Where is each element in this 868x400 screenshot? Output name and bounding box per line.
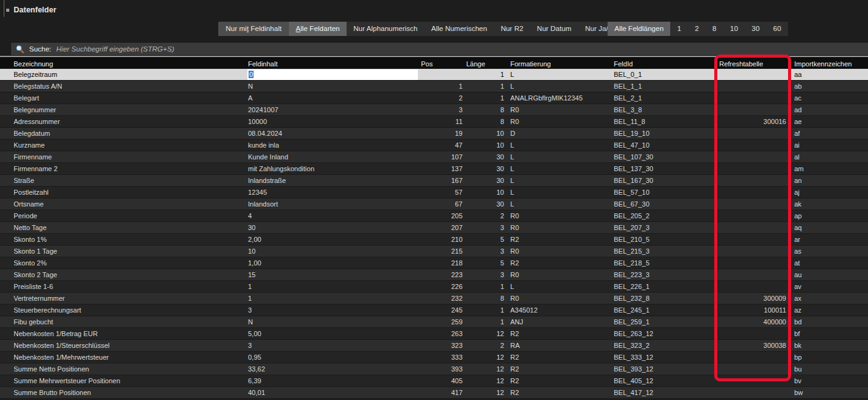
cell-feldinhalt: 33,62 <box>248 363 404 375</box>
cell-formatierung: L <box>510 151 609 162</box>
filter-button-alle-feldarten[interactable]: Alle Feldarten <box>289 22 347 36</box>
table-row[interactable]: Periode42052R0BEL_205_2ap <box>0 210 868 222</box>
cell-laenge: 12 <box>466 328 504 339</box>
filter-button-10[interactable]: 10 <box>724 22 745 36</box>
table-row[interactable]: Summe Brutto Positionen40,0141712R2BEL_4… <box>0 387 868 399</box>
table-row[interactable]: Steuerberechnungsart32451A345012BEL_245_… <box>0 304 868 316</box>
cell-feldid: BEL_207_3 <box>614 222 714 233</box>
cell-feldinhalt: 3 <box>248 304 404 316</box>
table-row[interactable]: OrtsnameInlandsort6730LBEL_67_30ak <box>0 198 868 210</box>
filter-button-nur-r2[interactable]: Nur R2 <box>494 22 530 36</box>
filter-button-1[interactable]: 1 <box>670 22 688 36</box>
table-row[interactable]: Nebenkosten 1/Steuerschlüssel33232RABEL_… <box>0 340 868 352</box>
search-bar[interactable]: Suche: Hier Suchbegriff eingeben (STRG+S… <box>11 43 868 55</box>
table-row[interactable]: Firmenname 2mit Zahlungskondition13730LB… <box>0 163 868 175</box>
table-row[interactable]: Summe Netto Positionen33,6239312R2BEL_39… <box>0 363 868 375</box>
table-row[interactable]: Belegzeitraum01LBEL_0_1aa <box>0 69 868 81</box>
search-input[interactable]: Hier Suchbegriff eingeben (STRG+S) <box>56 45 174 53</box>
cell-feldid: BEL_323_2 <box>614 340 714 351</box>
cell-pos: 393 <box>409 363 463 375</box>
table-row[interactable]: Fibu gebuchtN2591ANJBEL_259_1400000bd <box>0 316 868 328</box>
cell-refreshtabelle: 300016 <box>718 116 786 127</box>
table-row[interactable]: Skonto 2%1,002185R2BEL_218_5at <box>0 257 868 269</box>
table-row[interactable]: BelegartA21ANALRGbflrgMIK12345BEL_2_1ac <box>0 92 868 104</box>
table-row[interactable]: Belegstatus A/NN11LBEL_1_1ab <box>0 81 868 92</box>
filter-button-8[interactable]: 8 <box>706 22 723 36</box>
table-row[interactable]: Postleitzahl123455710LBEL_57_10aj <box>0 187 868 198</box>
filter-button-alle-feldl-ngen[interactable]: Alle Feldlängen <box>608 22 670 36</box>
filter-button-60[interactable]: 60 <box>766 22 788 36</box>
cell-refreshtabelle <box>718 198 786 210</box>
cell-feldid: BEL_215_3 <box>614 246 714 257</box>
cell-formatierung: ANJ <box>510 316 609 327</box>
table-row[interactable]: Nebenkosten 1/Betrag EUR5,0026312R2BEL_2… <box>0 328 868 340</box>
cell-refreshtabelle <box>718 81 786 92</box>
panel-divider <box>4 0 4 17</box>
cell-importkennzeichen: aa <box>794 69 864 80</box>
cell-refreshtabelle <box>718 140 786 151</box>
filter-button-nur-mit-feldinhalt[interactable]: Nur mit Feldinhalt <box>218 22 289 36</box>
cell-feldinhalt: Inlandstraße <box>248 175 404 186</box>
cell-refreshtabelle <box>718 163 786 174</box>
cell-feldinhalt: 10 <box>248 246 404 257</box>
cell-pos: 232 <box>409 293 463 304</box>
table-row[interactable]: Adressnummer10000118R0BEL_11_8300016ae <box>0 116 868 128</box>
cell-refreshtabelle <box>718 257 786 269</box>
cell-importkennzeichen: bf <box>794 328 864 339</box>
cell-refreshtabelle <box>718 234 786 245</box>
table-row[interactable]: Belegdatum08.04.20241910DBEL_19_10af <box>0 128 868 140</box>
cell-pos: 205 <box>409 210 463 221</box>
cell-pos: 333 <box>409 352 463 363</box>
filter-button-30[interactable]: 30 <box>745 22 766 36</box>
cell-pos: 323 <box>409 340 463 351</box>
filter-button-nur-datum[interactable]: Nur Datum <box>530 22 578 36</box>
cell-bezeichnung: Nebenkosten 1/Steuerschlüssel <box>14 340 237 351</box>
table-body: Belegzeitraum01LBEL_0_1aaBelegstatus A/N… <box>0 69 868 399</box>
filter-button-2[interactable]: 2 <box>688 22 706 36</box>
cell-feldinhalt: Kunde Inland <box>248 151 404 162</box>
cell-feldid: BEL_19_10 <box>614 128 714 139</box>
table-row[interactable]: Nebenkosten 1/Mehrwertsteuer0,9533312R2B… <box>0 352 868 363</box>
cell-bezeichnung: Firmenname <box>14 151 237 162</box>
filter-button-alle-numerischen[interactable]: Alle Numerischen <box>425 22 494 36</box>
table-row[interactable]: Preisliste 1-612261LBEL_226_1av <box>0 281 868 293</box>
cell-importkennzeichen: af <box>794 128 864 139</box>
cell-pos: 207 <box>409 222 463 233</box>
cell-refreshtabelle <box>718 210 786 221</box>
cell-laenge: 2 <box>466 340 504 351</box>
table-row[interactable]: Skonto 2 Tage152233R0BEL_223_3au <box>0 269 868 281</box>
table-row[interactable]: Vertreternummer12328R0BEL_232_8300009ax <box>0 293 868 304</box>
table-row[interactable]: Skonto 1%2,002105R2BEL_210_5ar <box>0 234 868 246</box>
cell-bezeichnung: Belegstatus A/N <box>14 81 237 92</box>
cell-feldid: BEL_0_1 <box>614 69 714 80</box>
cell-feldid: BEL_167_30 <box>614 175 714 186</box>
feldinhalt-input[interactable]: 0 <box>247 69 418 80</box>
cell-laenge: 10 <box>466 140 504 151</box>
filter-button-nur-alphanumerisch[interactable]: Nur Alphanumerisch <box>347 22 425 36</box>
cell-feldinhalt: 2,00 <box>248 234 404 245</box>
table-row[interactable]: StraßeInlandstraße16730LBEL_167_30an <box>0 175 868 187</box>
cell-feldinhalt: 08.04.2024 <box>248 128 404 139</box>
cell-pos: 226 <box>409 281 463 292</box>
cell-pos: 215 <box>409 246 463 257</box>
cell-importkennzeichen: at <box>794 257 864 269</box>
table-row[interactable]: FirmennameKunde Inland10730LBEL_107_30al <box>0 151 868 163</box>
cell-feldid: BEL_11_8 <box>614 116 714 127</box>
table-row[interactable]: Summe Mehrwertsteuer Positionen6,3940512… <box>0 375 868 387</box>
cell-refreshtabelle: 100011 <box>718 304 786 316</box>
cell-formatierung: L <box>510 281 609 292</box>
cell-refreshtabelle <box>718 246 786 257</box>
cell-bezeichnung: Summe Mehrwertsteuer Positionen <box>14 375 237 386</box>
table-row[interactable]: Belegnummer2024100738R0BEL_3_8ad <box>0 104 868 116</box>
cell-feldinhalt: 1 <box>248 281 404 292</box>
cell-feldid: BEL_218_5 <box>614 257 714 269</box>
cell-formatierung: R0 <box>510 116 609 127</box>
cell-formatierung: R0 <box>510 222 609 233</box>
table-row[interactable]: Skonto 1 Tage102153R0BEL_215_3as <box>0 246 868 257</box>
cell-feldid: BEL_67_30 <box>614 198 714 210</box>
cell-bezeichnung: Summe Netto Positionen <box>14 363 237 375</box>
cell-feldid: BEL_263_12 <box>614 328 714 339</box>
table-row[interactable]: Netto Tage302073R0BEL_207_3aq <box>0 222 868 234</box>
cell-pos: 67 <box>409 198 463 210</box>
table-row[interactable]: Kurznamekunde inla4710LBEL_47_10ai <box>0 140 868 151</box>
